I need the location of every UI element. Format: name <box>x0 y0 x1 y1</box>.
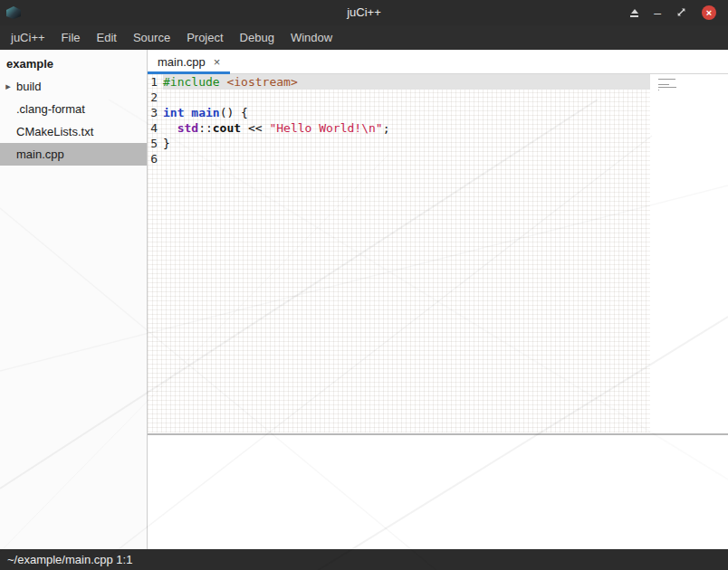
tab-bar: main.cpp× <box>148 50 728 74</box>
code-text <box>163 151 650 166</box>
line-number: 4 <box>148 120 158 136</box>
project-root-label[interactable]: example <box>0 52 147 75</box>
tree-item-cmakelists-txt[interactable]: CMakeLists.txt <box>0 120 147 143</box>
token-bold: cout <box>213 121 241 135</box>
tab-close-icon[interactable]: × <box>214 55 221 69</box>
file-tree[interactable]: example ▸build.clang-formatCMakeLists.tx… <box>0 50 148 549</box>
menu-item-edit[interactable]: Edit <box>89 25 125 50</box>
code-area[interactable]: 1#include <iostream>23int main() {4 std:… <box>148 74 650 432</box>
tree-item-label: CMakeLists.txt <box>16 125 93 138</box>
eject-icon[interactable] <box>630 9 638 17</box>
code-editor[interactable]: 1#include <iostream>23int main() {4 std:… <box>148 74 728 435</box>
menu-item-debug[interactable]: Debug <box>232 25 283 50</box>
token-plain: () { <box>220 106 248 119</box>
token-plain: << <box>241 121 269 135</box>
token-plain <box>163 121 177 135</box>
code-text <box>163 90 650 105</box>
minimap-line <box>658 87 676 88</box>
content-area: example ▸build.clang-formatCMakeLists.tx… <box>0 50 728 549</box>
tree-item-clang-format[interactable]: .clang-format <box>0 98 147 120</box>
titlebar[interactable]: juCi++ – × <box>0 0 728 25</box>
close-button[interactable]: × <box>702 5 716 20</box>
code-line-5[interactable]: 5} <box>148 136 650 151</box>
tree-item-label: build <box>16 80 41 93</box>
code-text: int main() { <box>163 105 650 120</box>
maximize-icon <box>676 7 686 17</box>
menubar: juCi++FileEditSourceProjectDebugWindow <box>0 25 728 50</box>
token-namespace: std <box>177 121 198 135</box>
token-header: <iostream> <box>226 75 297 89</box>
token-string: "Hello World!\n" <box>269 121 382 135</box>
menu-item-file[interactable]: File <box>53 25 89 50</box>
code-text: std::cout << "Hello World!\n"; <box>163 120 650 136</box>
status-bar: ~/example/main.cpp 1:1 <box>0 549 728 570</box>
code-line-2[interactable]: 2 <box>148 90 650 105</box>
window-title: juCi++ <box>347 0 381 25</box>
token-function: main <box>191 106 219 119</box>
line-number: 1 <box>148 74 158 90</box>
tree-item-main-cpp[interactable]: main.cpp <box>0 143 147 166</box>
code-line-1[interactable]: 1#include <iostream> <box>148 74 650 90</box>
code-line-6[interactable]: 6 <box>148 151 650 166</box>
menu-item-window[interactable]: Window <box>283 25 340 50</box>
minimap-line <box>658 90 659 90</box>
token-keyword: int <box>163 106 184 119</box>
code-text: } <box>163 136 650 151</box>
status-file-position: ~/example/main.cpp 1:1 <box>7 553 132 566</box>
minimap-line <box>658 79 675 80</box>
menu-item-project[interactable]: Project <box>178 25 231 50</box>
menu-item-source[interactable]: Source <box>125 25 178 50</box>
main-area: main.cpp× 1#include <iostream>23int main… <box>148 50 728 549</box>
token-plain: ; <box>383 121 390 135</box>
app-logo-icon <box>6 6 21 19</box>
code-line-4[interactable]: 4 std::cout << "Hello World!\n"; <box>148 120 650 136</box>
line-number: 2 <box>148 90 158 105</box>
token-plain: } <box>163 137 170 150</box>
output-panel[interactable] <box>148 435 728 549</box>
line-number: 6 <box>148 151 158 166</box>
code-text: #include <iostream> <box>163 74 650 90</box>
window-controls: – × <box>630 0 728 25</box>
menu-item-juci[interactable]: juCi++ <box>3 25 53 50</box>
jucipp-window: juCi++ – × juCi++FileEditSourceProjectDe… <box>0 0 728 570</box>
tree-item-label: .clang-format <box>16 102 85 116</box>
tree-item-label: main.cpp <box>16 147 64 161</box>
tree-item-build[interactable]: ▸build <box>0 75 147 98</box>
eject-triangle <box>631 9 638 14</box>
minimize-button[interactable]: – <box>654 0 661 25</box>
tab-label: main.cpp <box>158 55 206 69</box>
expander-icon[interactable]: ▸ <box>0 81 16 92</box>
minimap-line <box>658 84 669 85</box>
tree-items: ▸build.clang-formatCMakeLists.txtmain.cp… <box>0 75 147 166</box>
token-preprocessor: #include <box>163 75 220 89</box>
minimap[interactable] <box>658 79 678 93</box>
eject-bar <box>630 15 638 17</box>
maximize-button[interactable] <box>676 0 686 25</box>
line-number: 5 <box>148 136 158 151</box>
token-plain: :: <box>198 121 213 135</box>
line-number: 3 <box>148 105 158 120</box>
tab-main-cpp[interactable]: main.cpp× <box>148 50 230 73</box>
code-line-3[interactable]: 3int main() { <box>148 105 650 120</box>
